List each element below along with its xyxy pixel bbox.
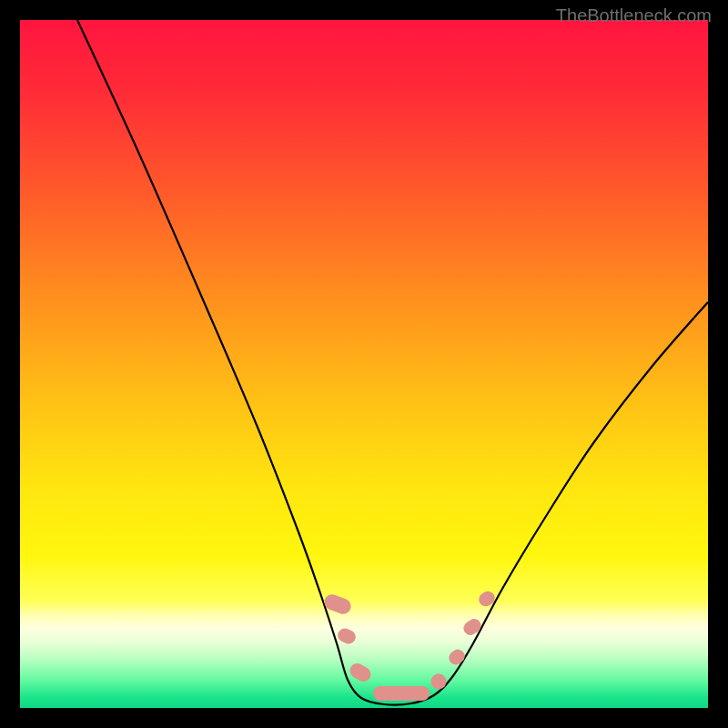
gradient-background: [20, 20, 708, 708]
curve-marker: [373, 686, 430, 701]
watermark-text: TheBottleneck.com: [556, 5, 712, 26]
bottleneck-curve-chart: [20, 20, 708, 708]
chart-frame: [20, 20, 708, 708]
